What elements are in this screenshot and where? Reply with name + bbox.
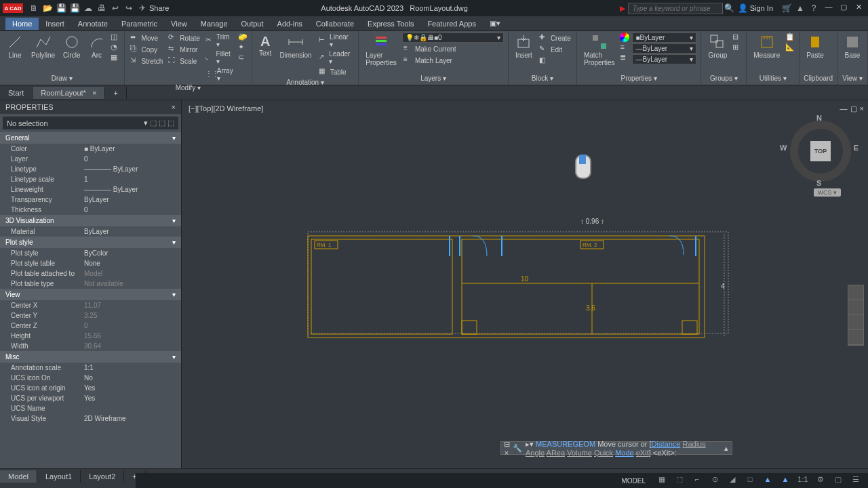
nav-zoom-icon[interactable] xyxy=(848,315,863,330)
tab-layout1[interactable]: Layout1 xyxy=(37,470,81,483)
fillet-button[interactable]: ◟Fillet ▾ xyxy=(204,49,235,66)
props-row[interactable]: Lineweight———— ByLayer xyxy=(0,184,181,195)
cmd-opt[interactable]: Distance xyxy=(652,440,681,448)
user-icon[interactable]: 👤 xyxy=(738,3,749,14)
props-section-view[interactable]: View▾ xyxy=(0,289,181,300)
misc-draw-icon[interactable]: ◫ xyxy=(111,33,120,42)
workspace-icon[interactable]: ▢ xyxy=(831,475,845,486)
drawing-canvas[interactable]: [−][Top][2D Wireframe] — ▢ × RM. 1 RM. xyxy=(182,100,868,468)
props-section-general[interactable]: General▾ xyxy=(0,132,181,144)
grid-icon[interactable]: ▦ xyxy=(655,475,669,486)
menu-featured[interactable]: Featured Apps xyxy=(420,18,483,30)
panel-layers-title[interactable]: Layers ▾ xyxy=(363,73,504,83)
polar-icon[interactable]: ⊙ xyxy=(708,475,722,486)
menu-collaborate[interactable]: Collaborate xyxy=(309,18,361,30)
cmd-opt[interactable]: eXit xyxy=(636,449,649,457)
status-model[interactable]: MODEL xyxy=(621,477,646,485)
match-layer-button[interactable]: ≡Match Layer xyxy=(402,55,504,66)
props-row[interactable]: Plot table attached toModel xyxy=(0,268,181,279)
tab-start[interactable]: Start xyxy=(0,87,33,99)
circle-button[interactable]: Circle xyxy=(60,33,83,60)
make-current-button[interactable]: ≡Make Current xyxy=(402,43,504,54)
isodraft-icon[interactable]: ◢ xyxy=(726,475,739,486)
autodesk-icon[interactable]: ▲ xyxy=(795,3,806,14)
menu-launcher-icon[interactable]: ▣▾ xyxy=(483,17,507,30)
cmd-close-icon[interactable]: ⊟ × xyxy=(501,440,512,457)
cmd-opt[interactable]: ARea xyxy=(547,449,566,457)
compass-e[interactable]: E xyxy=(854,144,859,152)
match-props-button[interactable]: Match Properties xyxy=(581,33,618,68)
props-row[interactable]: Plot styleByColor xyxy=(0,248,181,258)
explode-icon[interactable]: ✦ xyxy=(238,43,248,52)
menu-output[interactable]: Output xyxy=(235,18,271,30)
props-row[interactable]: Thickness0 xyxy=(0,205,181,215)
trim-button[interactable]: ✂Trim ▾ xyxy=(204,33,235,49)
edit-block-button[interactable]: ✎Edit xyxy=(538,44,572,55)
props-row[interactable]: Linetype———— ByLayer xyxy=(0,164,181,174)
cmd-opt[interactable]: Radius xyxy=(682,440,705,448)
dimension-button[interactable]: Dimension xyxy=(277,33,314,60)
misc-draw-icon2[interactable]: ◔ xyxy=(111,43,120,52)
menu-home[interactable]: Home xyxy=(5,18,39,30)
props-row[interactable]: TransparencyByLayer xyxy=(0,195,181,205)
props-row[interactable]: Color■ ByLayer xyxy=(0,144,181,154)
lineweight-icon[interactable]: ≣ xyxy=(620,53,629,62)
close-button[interactable]: ✕ xyxy=(852,3,865,14)
search-input[interactable] xyxy=(628,3,723,14)
compass-s[interactable]: S xyxy=(816,179,821,187)
tab-add-button[interactable]: + xyxy=(105,87,126,99)
menu-addins[interactable]: Add-ins xyxy=(271,18,309,30)
open-icon[interactable]: 📂 xyxy=(42,3,53,14)
print-icon[interactable]: 🖶 xyxy=(96,3,107,14)
polyline-button[interactable]: Polyline xyxy=(28,33,58,60)
props-row[interactable]: Plot table typeNot available xyxy=(0,279,181,289)
panel-modify-title[interactable]: Modify ▾ xyxy=(129,83,248,93)
share-label[interactable]: Share xyxy=(149,4,169,12)
create-block-button[interactable]: ✚Create xyxy=(538,33,572,43)
save-icon[interactable]: 💾 xyxy=(56,3,66,14)
menu-insert[interactable]: Insert xyxy=(39,18,71,30)
line-button[interactable]: Line xyxy=(4,33,26,60)
panel-view-title[interactable]: View ▾ xyxy=(842,73,863,83)
props-row[interactable]: Layer0 xyxy=(0,154,181,164)
menu-view[interactable]: View xyxy=(164,18,194,30)
menu-manage[interactable]: Manage xyxy=(194,18,235,30)
ortho-icon[interactable]: ⌐ xyxy=(690,475,704,486)
tab-layout2[interactable]: Layout2 xyxy=(81,470,124,483)
selection-dropdown[interactable]: No selection▾ ⬚ ⬚ ⬚ xyxy=(3,117,178,129)
erase-icon[interactable]: 🧽 xyxy=(238,33,248,42)
scale-icon[interactable]: 1:1 xyxy=(796,475,810,486)
leader-button[interactable]: ↗Leader ▾ xyxy=(317,49,355,66)
lineweight-dropdown[interactable]: — ByLayer▾ xyxy=(632,54,696,64)
cmd-up-icon[interactable]: ▴ xyxy=(721,444,732,453)
menu-parametric[interactable]: Parametric xyxy=(115,18,164,30)
wcs-label[interactable]: WCS ▾ xyxy=(814,188,842,197)
move-button[interactable]: ⬌Move xyxy=(129,33,165,43)
stretch-button[interactable]: ⇲Stretch xyxy=(129,56,165,66)
group-edit-icon[interactable]: ⊞ xyxy=(732,43,742,52)
command-line[interactable]: ⊟ × 🔧 ▸▾ MEASUREGEOM Move cursor or [Dis… xyxy=(500,441,732,455)
props-section-plot[interactable]: Plot style▾ xyxy=(0,237,181,248)
props-row[interactable]: Center Z0 xyxy=(0,321,181,331)
nav-orbit-icon[interactable] xyxy=(848,330,863,345)
minimize-button[interactable]: — xyxy=(822,3,835,14)
arc-button[interactable]: Arc xyxy=(86,33,108,60)
props-row[interactable]: UCS per viewportYes xyxy=(0,393,181,403)
osnap-icon[interactable]: □ xyxy=(743,475,757,486)
ungroup-icon[interactable]: ⊟ xyxy=(732,33,742,42)
gear-icon[interactable]: ⚙ xyxy=(814,475,827,486)
menu-express[interactable]: Express Tools xyxy=(361,18,420,30)
copy-button[interactable]: ⿻Copy xyxy=(129,44,165,55)
tab-model[interactable]: Model xyxy=(0,470,37,483)
props-row[interactable]: UCS icon OnNo xyxy=(0,373,181,383)
panel-utilities-title[interactable]: Utilities ▾ xyxy=(751,73,795,83)
offset-icon[interactable]: ⊂ xyxy=(238,53,248,62)
props-row[interactable]: UCS icon at originYes xyxy=(0,383,181,393)
menu-annotate[interactable]: Annotate xyxy=(71,18,115,30)
redo-icon[interactable]: ↪ xyxy=(123,3,134,14)
play-icon[interactable]: ▶ xyxy=(620,4,625,13)
props-row[interactable]: Width30.64 xyxy=(0,341,181,351)
props-row[interactable]: Visual Style2D Wireframe xyxy=(0,413,181,424)
util-icon2[interactable]: 📐 xyxy=(785,43,795,52)
help-icon[interactable]: ? xyxy=(808,3,819,14)
